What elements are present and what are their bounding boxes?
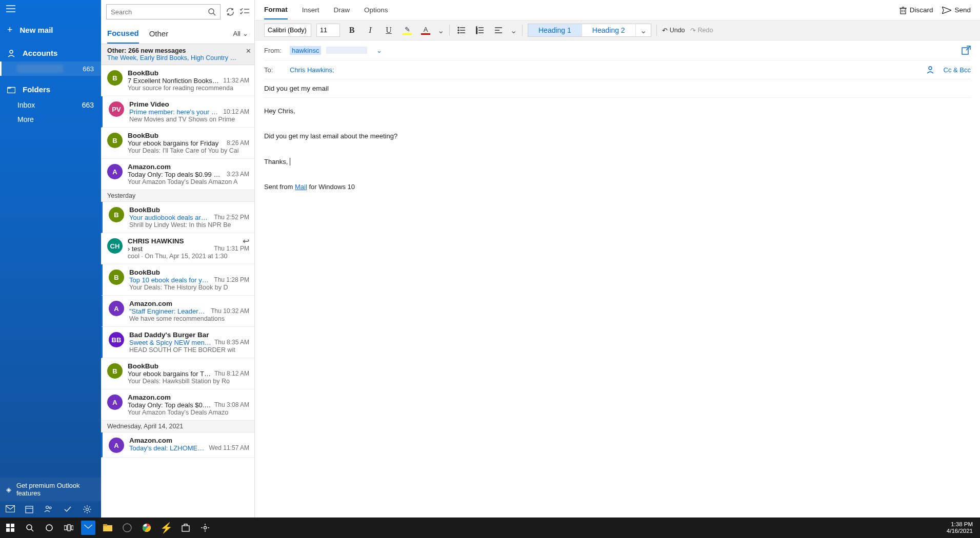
account-item[interactable]: 663 bbox=[0, 61, 101, 76]
discard-button[interactable]: Discard bbox=[899, 6, 933, 14]
other-banner-title[interactable]: Other: 266 new messages bbox=[107, 47, 240, 54]
start-button[interactable] bbox=[3, 521, 17, 535]
chevron-down-icon[interactable]: ⌄ bbox=[376, 47, 382, 54]
sync-icon[interactable] bbox=[226, 7, 235, 16]
tab-insert[interactable]: Insert bbox=[302, 1, 319, 19]
message-sender: BookBub bbox=[128, 362, 249, 370]
filter-all[interactable]: All ⌄ bbox=[233, 30, 248, 37]
message-item[interactable]: BBookBubYour ebook bargains for Friday8:… bbox=[101, 128, 254, 159]
people-icon[interactable] bbox=[44, 505, 56, 513]
align-button[interactable] bbox=[492, 24, 505, 37]
style-heading1[interactable]: Heading 1 bbox=[528, 24, 582, 36]
menu-button[interactable] bbox=[0, 0, 101, 17]
styles-gallery[interactable]: Heading 1 Heading 2 ⌄ bbox=[528, 24, 651, 37]
contacts-icon[interactable] bbox=[926, 66, 934, 74]
premium-banner[interactable]: ◈ Get premium Outlook features bbox=[0, 478, 101, 501]
body-line: Did you get my last email about the meet… bbox=[264, 130, 971, 143]
message-item[interactable]: AAmazon.com"Staff Engineer: Leadership..… bbox=[101, 296, 254, 327]
tab-options[interactable]: Options bbox=[364, 1, 388, 19]
numbering-button[interactable]: 123 bbox=[473, 24, 487, 37]
compose-body[interactable]: Hey Chris, Did you get my last email abo… bbox=[255, 98, 980, 201]
chevron-down-icon[interactable]: ⌄ bbox=[510, 26, 517, 35]
clock[interactable]: 1:38 PM 4/16/2021 bbox=[947, 521, 973, 534]
font-name-input[interactable] bbox=[264, 24, 311, 37]
new-mail-button[interactable]: + New mail bbox=[0, 17, 101, 39]
settings-icon[interactable] bbox=[198, 521, 212, 535]
message-item[interactable]: PVPrime VideoPrime member: here's your w… bbox=[101, 96, 254, 128]
folder-more[interactable]: More bbox=[0, 112, 101, 127]
mail-icon[interactable] bbox=[6, 505, 18, 513]
message-item[interactable]: CHCHRIS HAWKINS› testThu 1:31 PMcool · O… bbox=[101, 233, 254, 264]
message-preview: We have some recommendations bbox=[129, 315, 249, 322]
svg-rect-46 bbox=[6, 524, 10, 527]
chrome-icon[interactable] bbox=[139, 521, 154, 535]
store-icon[interactable] bbox=[178, 521, 193, 535]
avatar: A bbox=[109, 301, 124, 316]
message-item[interactable]: AAmazon.comToday Only: Top deals $0.99 a… bbox=[101, 159, 254, 190]
message-preview: Your Amazon Today's Deals Amazon A bbox=[128, 178, 249, 185]
message-preview: cool · On Thu, Apr 15, 2021 at 1:30 bbox=[128, 253, 249, 260]
style-heading2[interactable]: Heading 2 bbox=[582, 24, 636, 36]
message-list-pane: Focused Other All ⌄ Other: 266 new messa… bbox=[101, 0, 255, 518]
message-time: 3:23 AM bbox=[227, 171, 249, 178]
ccbcc-link[interactable]: Cc & Bcc bbox=[944, 66, 971, 74]
chevron-down-icon[interactable]: ⌄ bbox=[636, 26, 651, 35]
chevron-down-icon[interactable]: ⌄ bbox=[437, 26, 444, 35]
avatar: B bbox=[109, 207, 124, 222]
dell-icon[interactable] bbox=[120, 521, 134, 535]
search-icon[interactable] bbox=[23, 521, 37, 535]
calendar-icon[interactable] bbox=[25, 505, 37, 513]
avatar: B bbox=[109, 270, 124, 285]
italic-button[interactable]: I bbox=[364, 24, 377, 37]
font-size-input[interactable] bbox=[316, 24, 340, 37]
taskview-icon[interactable] bbox=[62, 521, 76, 535]
subject-input[interactable] bbox=[264, 85, 971, 92]
select-mode-icon[interactable] bbox=[240, 8, 249, 15]
folder-inbox[interactable]: Inbox 663 bbox=[0, 98, 101, 112]
underline-button[interactable]: U bbox=[382, 24, 395, 37]
message-item[interactable]: AAmazon.comToday's deal: LZHOME LED Gara… bbox=[101, 432, 254, 458]
close-icon[interactable]: ✕ bbox=[246, 47, 251, 55]
message-item[interactable]: BBookBubTop 10 ebook deals for you this … bbox=[101, 264, 254, 296]
from-value[interactable]: hawkinsc bbox=[290, 46, 321, 55]
cortana-icon[interactable] bbox=[42, 521, 56, 535]
send-button[interactable]: Send bbox=[942, 6, 971, 14]
explorer-icon[interactable] bbox=[101, 521, 115, 535]
clock-date: 4/16/2021 bbox=[947, 528, 973, 534]
to-value[interactable]: Chris Hawkins; bbox=[290, 66, 334, 74]
message-time: 10:12 AM bbox=[223, 108, 249, 116]
settings-icon[interactable] bbox=[83, 505, 95, 513]
folders-header[interactable]: Folders bbox=[0, 76, 101, 98]
todo-icon[interactable] bbox=[64, 505, 76, 513]
tab-other[interactable]: Other bbox=[149, 24, 169, 43]
filter-all-label: All bbox=[233, 30, 241, 37]
svg-point-19 bbox=[209, 9, 214, 14]
tab-focused[interactable]: Focused bbox=[107, 24, 139, 44]
bullets-button[interactable] bbox=[455, 24, 468, 37]
search-box[interactable] bbox=[106, 4, 221, 19]
search-icon[interactable] bbox=[208, 8, 216, 16]
mail-taskbar-icon[interactable] bbox=[81, 521, 95, 535]
highlight-button[interactable]: ✎ bbox=[401, 24, 414, 37]
bold-button[interactable]: B bbox=[345, 24, 358, 37]
undo-button[interactable]: ↶ Undo bbox=[662, 27, 685, 34]
svg-text:3: 3 bbox=[476, 31, 477, 34]
tab-draw[interactable]: Draw bbox=[334, 1, 350, 19]
message-time: 8:26 AM bbox=[227, 139, 249, 147]
message-preview: HEAD SOUTH OF THE BORDER wit bbox=[129, 346, 249, 354]
message-item[interactable]: BBookBub7 Excellent Nonfiction Books to … bbox=[101, 65, 254, 96]
message-item[interactable]: BBookBubYour audiobook deals are hereThu… bbox=[101, 202, 254, 233]
mail-link[interactable]: Mail bbox=[295, 183, 307, 191]
message-item[interactable]: AAmazon.comToday Only: Top deals $0.99 a… bbox=[101, 389, 254, 421]
message-sender: Amazon.com bbox=[129, 437, 249, 444]
tab-format[interactable]: Format bbox=[264, 1, 288, 19]
discard-label: Discard bbox=[910, 6, 933, 14]
accounts-header[interactable]: Accounts bbox=[0, 39, 101, 61]
avatar: BB bbox=[109, 332, 124, 347]
font-color-button[interactable]: A bbox=[419, 24, 432, 37]
app-icon[interactable]: ⚡ bbox=[159, 521, 173, 535]
popout-icon[interactable] bbox=[962, 46, 971, 55]
message-item[interactable]: BBBad Daddy's Burger BarSweet & Spicy NE… bbox=[101, 327, 254, 358]
message-item[interactable]: BBookBubYour ebook bargains for Thursday… bbox=[101, 358, 254, 389]
search-input[interactable] bbox=[111, 8, 208, 16]
